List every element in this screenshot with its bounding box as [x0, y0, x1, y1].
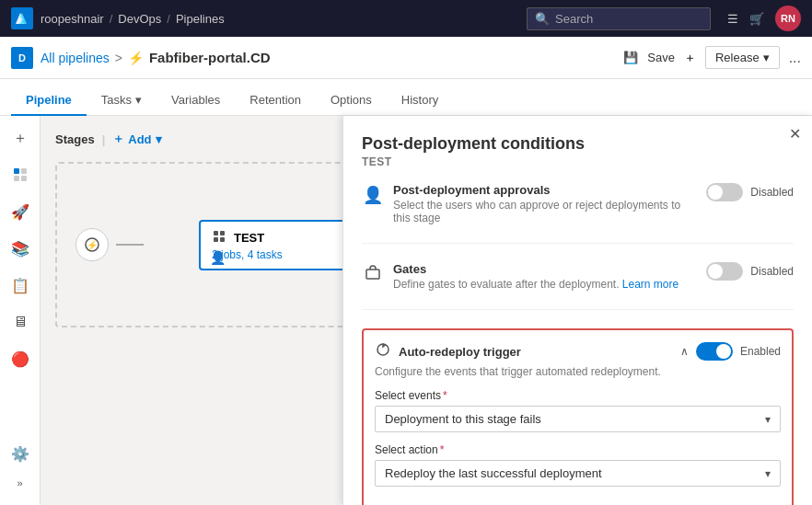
user-name[interactable]: roopeshnair	[41, 12, 104, 26]
project-name[interactable]: Pipelines	[176, 12, 225, 26]
svg-rect-8	[220, 231, 225, 235]
stage-card-header: TEST	[212, 229, 352, 247]
gates-content: Gates Define gates to evaluate after the…	[393, 262, 697, 291]
approvals-section: 👤 Post-deployment approvals Select the u…	[362, 183, 794, 244]
org-name[interactable]: DevOps	[118, 12, 161, 26]
sidebar-icon-taskgroups[interactable]: 📋	[6, 270, 35, 300]
stage-card[interactable]: TEST 2 jobs, 4 tasks 👤	[199, 220, 365, 270]
panel-subtitle: TEST	[362, 155, 794, 168]
select-action-required: *	[440, 443, 445, 456]
release-button[interactable]: Release ▾	[705, 46, 780, 69]
auto-redeploy-section: Auto-redeploy trigger ∧ Enabled Configur…	[362, 328, 794, 505]
panel-overlay: ✕ Post-deployment conditions TEST 👤 Post…	[342, 116, 812, 505]
tab-options[interactable]: Options	[316, 86, 387, 116]
breadcrumb: roopeshnair / DevOps / Pipelines	[41, 12, 225, 26]
main-content: ＋ 🚀 📚 📋 🖥 🔴 ⚙️ » Stages | ＋ Add ▾	[0, 116, 812, 505]
select-action-dropdown[interactable]: Redeploy the last successful deployment …	[375, 460, 781, 487]
plus-icon: ＋	[684, 50, 696, 66]
select-action-chevron: ▾	[765, 467, 771, 480]
sidebar-bottom: ⚙️ »	[6, 439, 35, 498]
pipeline-name: Fabfiber-portal.CD	[149, 50, 271, 65]
svg-rect-9	[214, 237, 218, 242]
tab-history[interactable]: History	[387, 86, 453, 116]
tab-pipeline[interactable]: Pipeline	[11, 86, 87, 116]
save-button[interactable]: Save	[647, 51, 675, 64]
sidebar-icon-deploymentgroups[interactable]: 🖥	[6, 307, 35, 337]
connector-line	[116, 244, 144, 246]
tab-variables[interactable]: Variables	[157, 86, 235, 116]
sidebar-icon-add[interactable]: ＋	[6, 123, 35, 153]
save-icon: 💾	[623, 51, 638, 64]
all-pipelines-link[interactable]: All pipelines	[41, 51, 110, 65]
cart-icon[interactable]: 🛒	[749, 12, 764, 26]
svg-rect-3	[14, 176, 19, 181]
auto-redeploy-title: Auto-redeploy trigger	[399, 345, 673, 359]
select-events-required: *	[443, 389, 447, 402]
search-icon: 🔍	[535, 12, 550, 26]
auto-redeploy-collapse-icon[interactable]: ∧	[680, 345, 689, 358]
sidebar-icon-expand[interactable]: »	[6, 468, 35, 498]
svg-rect-10	[220, 237, 225, 242]
search-placeholder: Search	[555, 12, 593, 26]
pipeline-icon-box: D	[11, 47, 33, 69]
gates-toggle[interactable]	[706, 262, 743, 281]
select-action-label: Select action *	[375, 443, 781, 456]
auto-redeploy-toggle[interactable]	[696, 342, 733, 361]
list-icon[interactable]: ☰	[727, 12, 738, 26]
stage-icon	[212, 229, 226, 247]
add-icon: ＋	[112, 131, 124, 147]
auto-redeploy-toggle-thumb	[716, 344, 731, 359]
gates-toggle-track	[706, 262, 743, 281]
top-nav: roopeshnair / DevOps / Pipelines 🔍 Searc…	[0, 0, 812, 37]
gates-toggle-group: Disabled	[706, 262, 794, 281]
sidebar-icon-releases[interactable]: 🚀	[6, 197, 35, 226]
select-events-label: Select events *	[375, 389, 781, 402]
auto-redeploy-header: Auto-redeploy trigger ∧ Enabled	[375, 341, 781, 362]
select-events-group: Select events * Deployment to this stage…	[375, 389, 781, 432]
select-events-chevron: ▾	[765, 413, 771, 426]
auto-redeploy-icon	[375, 341, 391, 362]
learn-more-link[interactable]: Learn more	[622, 278, 679, 291]
approvals-toggle[interactable]	[706, 183, 743, 201]
select-events-dropdown[interactable]: Deployment to this stage fails ▾	[375, 406, 781, 432]
auto-redeploy-toggle-track	[696, 342, 733, 361]
stage-user-bottom: 👤	[210, 250, 226, 265]
add-label: Add	[128, 132, 151, 146]
auto-redeploy-toggle-group: Enabled	[696, 342, 781, 361]
svg-rect-4	[21, 176, 27, 181]
stages-label: Stages	[55, 132, 95, 146]
gates-toggle-thumb	[708, 264, 723, 279]
svg-rect-1	[14, 168, 19, 174]
breadcrumb-sep: >	[115, 51, 122, 65]
top-nav-icons: ☰ 🛒 RN	[727, 6, 801, 31]
sep2: /	[167, 12, 170, 26]
search-box[interactable]: 🔍 Search	[527, 7, 711, 30]
sep1: /	[110, 12, 113, 26]
tab-tasks[interactable]: Tasks ▾	[87, 86, 157, 116]
more-button[interactable]: ...	[789, 50, 801, 66]
approvals-toggle-group: Disabled	[706, 183, 794, 201]
release-chevron: ▾	[763, 51, 770, 64]
second-bar: D All pipelines > ⚡ Fabfiber-portal.CD 💾…	[0, 37, 812, 79]
approvals-toggle-label: Disabled	[750, 186, 794, 199]
second-bar-actions: 💾 Save ＋ Release ▾ ...	[623, 46, 801, 69]
close-button[interactable]: ✕	[789, 125, 801, 143]
avatar[interactable]: RN	[775, 6, 801, 31]
add-stage-button[interactable]: ＋ Add ▾	[112, 131, 161, 147]
approvals-row: 👤 Post-deployment approvals Select the u…	[362, 183, 794, 224]
sidebar-icon-environments[interactable]: 🔴	[6, 344, 35, 373]
tab-retention[interactable]: Retention	[235, 86, 316, 116]
tab-bar: Pipeline Tasks ▾ Variables Retention Opt…	[0, 79, 812, 116]
auto-redeploy-toggle-label: Enabled	[740, 345, 781, 358]
approvals-icon: 👤	[362, 185, 384, 205]
panel-title: Post-deployment conditions	[362, 134, 794, 154]
approvals-toggle-track	[706, 183, 743, 201]
sidebar-icon-library[interactable]: 📚	[6, 234, 35, 263]
auto-redeploy-desc: Configure the events that trigger automa…	[375, 365, 781, 378]
svg-rect-11	[366, 270, 379, 279]
breadcrumb-2: All pipelines > ⚡ Fabfiber-portal.CD	[41, 50, 271, 65]
select-action-group: Select action * Redeploy the last succes…	[375, 443, 781, 487]
sidebar-icon-pipeline[interactable]	[6, 160, 35, 189]
azure-logo[interactable]	[11, 7, 33, 29]
sidebar-icon-settings[interactable]: ⚙️	[6, 439, 35, 468]
